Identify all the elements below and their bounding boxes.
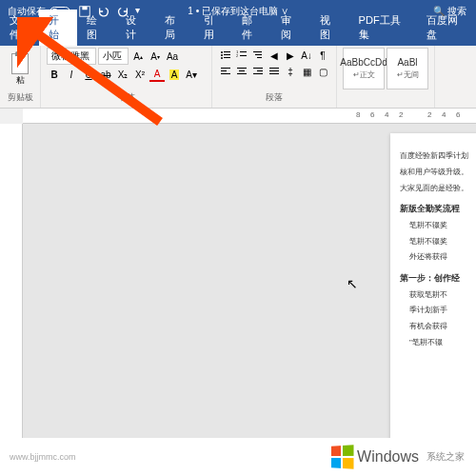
vertical-ruler[interactable] [0,124,23,438]
style-label: ↵无间 [397,69,419,80]
horizontal-ruler[interactable]: 8 6 4 2 2 4 6 [23,109,476,124]
document-page[interactable]: 百度经验新四季计划 核和用户等级升级。 大家见面的是经验。 新版全勤奖流程 笔耕… [390,133,476,438]
ruler-tick: 6 [370,110,374,119]
svg-rect-20 [237,73,247,74]
style-normal[interactable]: AaBbCcDd ↵正文 [343,48,385,89]
change-case-button[interactable]: Aa [165,49,180,64]
bold-button[interactable]: B [47,67,62,82]
group-styles-label [343,104,428,106]
font-size-select[interactable]: 小匹 [98,48,129,65]
svg-rect-15 [221,68,230,69]
show-marks-button[interactable]: ¶ [315,48,330,63]
document-canvas[interactable]: 百度经验新四季计划 核和用户等级升级。 大家见面的是经验。 新版全勤奖流程 笔耕… [23,124,476,438]
doc-line: 笔耕不辍奖 [409,220,476,232]
highlight-button[interactable]: A [167,67,182,82]
svg-point-2 [221,51,223,53]
style-nospacing[interactable]: AaBl ↵无间 [387,48,428,89]
svg-rect-17 [221,73,230,74]
align-center-button[interactable] [234,64,249,79]
svg-point-4 [221,54,223,56]
paste-label: 粘 [16,74,25,87]
subscript-button[interactable]: X₂ [115,67,130,82]
svg-text:2: 2 [236,53,239,58]
svg-rect-24 [269,68,279,69]
doc-line: 获取笔耕不 [409,289,476,302]
align-left-button[interactable] [218,64,233,79]
workspace: 百度经验新四季计划 核和用户等级升级。 大家见面的是经验。 新版全勤奖流程 笔耕… [0,124,476,438]
svg-rect-22 [257,70,263,71]
paste-button[interactable]: 粘 [6,49,34,90]
watermark-url: www.bjjmmc.com [10,452,76,462]
svg-rect-12 [253,51,262,52]
align-right-button[interactable] [250,64,266,79]
ruler-tick: 4 [442,110,446,119]
increase-indent-button[interactable]: ▶ [283,48,298,63]
svg-rect-14 [257,57,262,58]
tab-pdf-tools[interactable]: PDF工具集 [349,10,418,46]
doc-line: 外还将获得 [409,251,476,264]
ruler-tick: 4 [385,110,388,119]
group-font: 微软雅黑 小匹 A▴ A▾ Aa B I U ab X₂ X² A A A▾ 字… [41,46,212,108]
svg-rect-26 [269,73,279,74]
svg-rect-25 [269,70,279,71]
grow-font-button[interactable]: A▴ [130,49,146,64]
document-title[interactable]: 1 • 已保存到这台电脑 ∨ [188,5,288,18]
svg-rect-11 [240,55,247,56]
numbering-button[interactable]: 12 [234,48,249,63]
highlight-icon: A [169,69,180,80]
sort-button[interactable]: A↓ [299,48,314,63]
windows-logo-icon [331,445,354,469]
strikethrough-button[interactable]: ab [98,67,113,82]
svg-rect-7 [224,57,230,58]
clipboard-icon [11,53,29,74]
svg-rect-21 [253,68,263,69]
borders-button[interactable]: ▢ [315,64,330,79]
search-label: 搜索 [447,6,466,16]
doc-line: 笔耕不辍奖 [409,236,476,248]
doc-line: 有机会获得 [409,321,476,333]
doc-heading: 新版全勤奖流程 [400,202,476,215]
justify-button[interactable] [267,64,282,79]
group-styles: AaBbCcDd ↵正文 AaBl ↵无间 [337,46,435,108]
shrink-font-button[interactable]: A▾ [148,49,163,64]
svg-rect-19 [239,70,245,71]
doc-line: 季计划新手 [409,305,476,317]
doc-line: "笔耕不辍 [409,337,476,349]
doc-line: 百度经验新四季计划 [400,150,476,163]
line-spacing-button[interactable]: ‡ [283,64,298,79]
bullets-button[interactable] [218,48,233,63]
group-paragraph: 12 ◀ ▶ A↓ ¶ ‡ ▦ ▢ 段落 [212,46,337,108]
watermark-bar: www.bjjmmc.com Windows 系统之家 [0,438,476,476]
style-preview: AaBl [397,57,417,68]
svg-rect-23 [253,73,263,74]
font-color-button[interactable]: A [149,67,165,82]
ruler-tick: 8 [356,110,360,119]
shading-button[interactable]: ▦ [299,64,314,79]
text-effects-button[interactable]: A▾ [184,67,199,82]
svg-rect-5 [224,54,230,55]
group-font-label: 字体 [47,91,206,106]
group-paragraph-label: 段落 [218,91,330,106]
search-icon: 🔍 [433,6,445,16]
font-name-select[interactable]: 微软雅黑 [47,48,96,65]
svg-rect-18 [237,68,247,69]
tab-draw[interactable]: 绘图 [77,10,116,46]
doc-line: 大家见面的是经验。 [400,183,476,195]
tab-view[interactable]: 视图 [310,10,349,46]
watermark-sub: 系统之家 [426,450,465,464]
italic-button[interactable]: I [64,67,79,82]
tab-design[interactable]: 设计 [116,10,155,46]
style-preview: AaBbCcDd [340,57,387,68]
ribbon-tabs: 文件 开始 绘图 设计 布局 引用 邮件 审阅 视图 PDF工具集 百度网盘 [0,23,476,46]
toggle-off-icon[interactable] [50,7,70,17]
multilevel-button[interactable] [250,48,266,63]
search-box[interactable]: 🔍 搜索 [433,5,466,18]
superscript-button[interactable]: X² [132,67,148,82]
decrease-indent-button[interactable]: ◀ [267,48,282,63]
ruler-tick: 2 [427,110,431,119]
mouse-cursor-icon: ↖ [347,276,358,291]
svg-point-6 [221,57,223,59]
ribbon: 粘 剪贴板 微软雅黑 小匹 A▴ A▾ Aa B I U ab X₂ X² A … [0,46,476,109]
underline-button[interactable]: U [81,67,96,82]
tab-file[interactable]: 文件 [0,10,39,46]
